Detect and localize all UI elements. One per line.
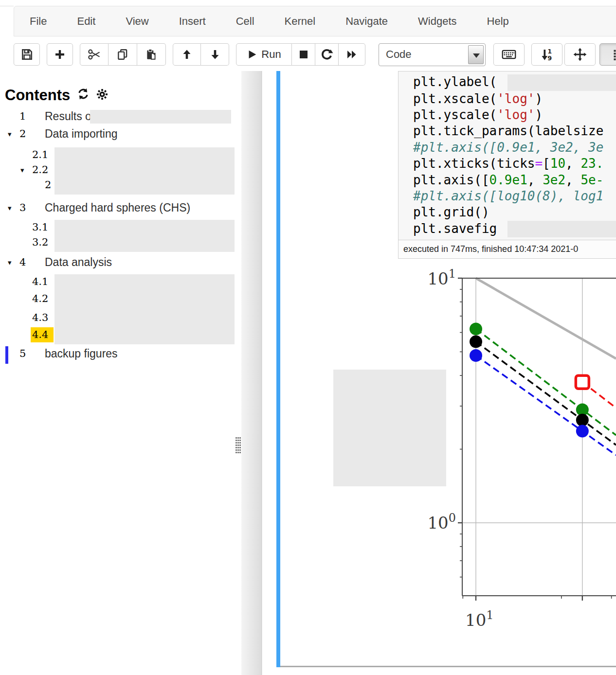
toc-item-number: 2 — [19, 128, 26, 140]
chevron-down-icon[interactable] — [468, 45, 484, 64]
toc-item-label: Data importing — [45, 127, 118, 141]
restart-kernel-button[interactable] — [315, 43, 339, 66]
play-icon — [247, 49, 257, 60]
toc-item-label: Charged hard spheres (CHS) — [45, 201, 190, 214]
toc-item-2.1[interactable]: 2.1 — [0, 147, 241, 162]
plus-icon — [54, 49, 66, 60]
toolbar-group: 19 — [531, 43, 562, 66]
add-cell-button[interactable] — [47, 43, 73, 66]
marker-red-open-squares — [576, 375, 589, 389]
toc-item-number: 3.2 — [32, 236, 48, 248]
toc-item-3[interactable]: ▾3Charged hard spheres (CHS) — [0, 200, 241, 217]
toc-item-number: 2.2 — [32, 164, 48, 176]
execution-status-text: executed in 747ms, finished 10:47:34 202… — [403, 244, 578, 254]
toc-item-3.1[interactable]: 3.1 — [0, 220, 241, 235]
plot-spines — [462, 278, 616, 596]
toc-item-number: 4.4 — [32, 329, 48, 340]
menu-kernel[interactable]: Kernel — [285, 15, 316, 28]
code-token: #plt.axis([log10(8), log1 — [413, 189, 603, 203]
collapse-arrow-icon[interactable]: ▾ — [8, 204, 12, 213]
code-token: 5e- — [580, 173, 603, 187]
menu-insert[interactable]: Insert — [179, 15, 206, 28]
redacted-toc-text — [54, 310, 235, 327]
toc-item-4.2[interactable]: 4.2 — [0, 291, 241, 310]
toolbar-group — [493, 43, 525, 66]
code-line: plt.ylabel( — [413, 74, 616, 91]
code-line: plt.yscale('log') — [413, 107, 616, 123]
toc-item-4.1[interactable]: 4.1 — [0, 274, 241, 291]
toc-item-1[interactable]: 1Results of — [0, 109, 241, 125]
code-token: plt.axis([ — [413, 173, 489, 187]
toc-section-marker — [5, 346, 8, 364]
toc-item-2.2[interactable]: ▾2.2 — [0, 162, 241, 178]
paste-icon — [145, 48, 158, 61]
restart-run-all-button[interactable] — [339, 43, 365, 66]
code-token: = — [535, 156, 543, 171]
code-token: plt.ylabel( — [413, 74, 497, 89]
copy-cells-button[interactable] — [109, 43, 137, 66]
toc-item-3.2[interactable]: 3.2 — [0, 235, 241, 252]
menu-edit[interactable]: Edit — [77, 15, 95, 28]
toc-item-2[interactable]: ▾2Data importing — [0, 126, 241, 143]
toc-item-2[interactable]: 2 — [0, 178, 241, 195]
paste-cells-button[interactable] — [137, 43, 166, 66]
toc-item-4.3[interactable]: 4.3 — [0, 310, 241, 327]
code-editor[interactable]: plt.ylabel(plt.xscale('log')plt.yscale('… — [413, 74, 616, 237]
scroll-to-cell-button[interactable] — [564, 43, 596, 66]
code-cell-input[interactable]: plt.ylabel(plt.xscale('log')plt.yscale('… — [398, 71, 616, 240]
copy-icon — [116, 48, 129, 61]
toc-item-number: 1 — [19, 110, 26, 122]
toolbar-group — [599, 43, 616, 66]
toc-item-4.4[interactable]: 4.4 — [0, 327, 241, 344]
menu-navigate[interactable]: Navigate — [345, 15, 388, 28]
toc-item-5[interactable]: 5backup figures — [0, 346, 241, 364]
command-palette-button[interactable] — [493, 43, 525, 66]
sidebar-divider[interactable] — [241, 71, 262, 675]
redacted-toc-text — [90, 110, 231, 124]
redacted-toc-text — [54, 291, 235, 310]
menu-cell[interactable]: Cell — [236, 15, 254, 28]
run-button[interactable]: Run — [236, 43, 292, 66]
menu-widgets[interactable]: Widgets — [418, 15, 456, 28]
selected-cell-indicator — [276, 71, 280, 667]
y-tick-label-10^0: 100 — [427, 511, 456, 533]
code-token: , — [565, 173, 580, 187]
cell-type-value: Code — [386, 48, 412, 61]
interrupt-kernel-button[interactable] — [292, 43, 315, 66]
move-cell-down-button[interactable] — [201, 43, 229, 66]
collapse-arrow-icon[interactable]: ▾ — [8, 258, 12, 267]
toc-list-icon — [612, 48, 616, 61]
gear-icon[interactable] — [96, 87, 108, 104]
menu-view[interactable]: View — [126, 15, 148, 28]
toggle-toc-button[interactable] — [599, 43, 616, 66]
move-cell-up-button[interactable] — [173, 43, 201, 66]
toc-item-label: Results of — [45, 110, 94, 123]
menu-help[interactable]: Help — [487, 15, 509, 28]
toc-item-number: 5 — [19, 348, 26, 359]
code-token: plt.savefig — [413, 221, 497, 236]
marker-black-circles — [576, 414, 589, 426]
toc-item-number: 4.1 — [32, 276, 48, 287]
code-token: 3e2 — [543, 173, 565, 187]
redacted-toc-text — [54, 147, 235, 162]
series-line-black-circles — [476, 342, 616, 445]
toc-title-text: Contents — [5, 87, 70, 104]
number-sections-button[interactable]: 19 — [531, 43, 562, 66]
cut-cells-button[interactable] — [80, 43, 109, 66]
cell-type-select[interactable]: Code — [379, 43, 486, 66]
code-token: 10 — [550, 156, 565, 171]
refresh-icon[interactable] — [77, 87, 90, 104]
code-token: 'log' — [497, 107, 535, 122]
collapse-arrow-icon[interactable]: ▾ — [20, 166, 24, 175]
save-button[interactable] — [14, 43, 40, 66]
collapse-arrow-icon[interactable]: ▾ — [8, 130, 12, 139]
code-line: plt.axis([0.9e1, 3e2, 5e- — [413, 172, 616, 188]
sidebar-drag-handle[interactable] — [235, 437, 241, 457]
toolbar-group — [173, 43, 229, 66]
toc-item-number: 2 — [45, 179, 51, 191]
run-button-label: Run — [261, 48, 281, 61]
toc-item-4[interactable]: ▾4Data analysis — [0, 255, 241, 271]
toc-item-number: 2.1 — [32, 149, 48, 160]
menu-file[interactable]: File — [30, 15, 47, 28]
code-line: plt.grid() — [413, 204, 616, 220]
